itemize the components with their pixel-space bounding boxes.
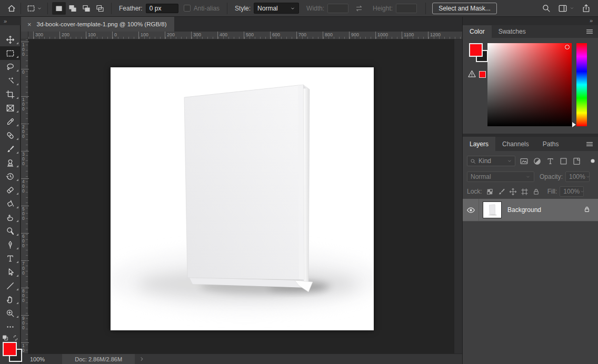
collapse-toolbar-chevrons[interactable]: »: [4, 18, 6, 24]
swap-dimensions-icon[interactable]: [355, 4, 363, 13]
dodge-tool[interactable]: [0, 224, 21, 238]
pen-icon: [6, 240, 15, 249]
tab-paths[interactable]: Paths: [536, 137, 566, 151]
lock-artboard-icon[interactable]: [521, 188, 529, 196]
select-and-mask-button[interactable]: Select and Mask...: [432, 3, 497, 14]
subtract-selection-button[interactable]: [79, 2, 93, 15]
fill-input[interactable]: 100%: [560, 186, 584, 197]
filter-smart-objects-icon[interactable]: [572, 157, 581, 166]
h-ruler-label: 200: [59, 32, 69, 39]
line-tool[interactable]: [0, 279, 21, 292]
filter-kind-select[interactable]: Kind: [467, 156, 515, 166]
brush-tool[interactable]: [0, 142, 21, 156]
hand-tool[interactable]: [0, 292, 21, 306]
foreground-color-swatch[interactable]: [469, 43, 483, 57]
move-tool[interactable]: [0, 33, 21, 46]
chevron-down-icon: [570, 6, 574, 11]
antialias-checkbox[interactable]: [184, 5, 191, 12]
opacity-label: Opacity:: [540, 173, 563, 180]
horizontal-ruler[interactable]: 3002001000100200300400500600700800900100…: [28, 32, 462, 39]
home-icon[interactable]: [7, 4, 16, 13]
blend-mode-select[interactable]: Normal: [467, 171, 534, 182]
active-tool-preview[interactable]: [25, 2, 43, 15]
intersect-selection-icon: [96, 4, 104, 13]
default-colors-icon[interactable]: [2, 335, 9, 341]
document-tab[interactable]: × 3d-book-cover-template-1.png @ 100% (R…: [21, 17, 174, 32]
layer-thumbnail[interactable]: [483, 202, 501, 218]
lock-position-icon[interactable]: [509, 188, 517, 196]
marquee-icon: [6, 49, 15, 58]
ruler-origin-corner[interactable]: [21, 32, 28, 39]
h-ruler-label: 300: [33, 32, 43, 39]
history-brush-tool[interactable]: [0, 169, 21, 183]
smudge-icon: [6, 213, 15, 222]
lock-transparency-icon[interactable]: [486, 188, 494, 196]
gamut-warning-swatch[interactable]: [479, 71, 486, 78]
canvas-area[interactable]: 3002001000100200300400500600700800900100…: [21, 32, 462, 353]
search-icon[interactable]: [542, 4, 551, 13]
clone-stamp-tool[interactable]: [0, 156, 21, 169]
vertical-scrollbar[interactable]: [454, 39, 462, 353]
tab-swatches[interactable]: Swatches: [492, 25, 533, 38]
filter-pixel-layers-icon[interactable]: [520, 157, 529, 166]
hue-slider[interactable]: [576, 43, 587, 126]
style-select[interactable]: Normal: [254, 3, 299, 14]
width-input[interactable]: [327, 4, 348, 13]
height-input[interactable]: [396, 4, 417, 13]
document-sizes-field[interactable]: Doc: 2.86M/2.86M: [62, 354, 135, 364]
hue-slider-marker[interactable]: [572, 122, 576, 127]
crop-tool[interactable]: [0, 87, 21, 101]
close-tab-icon[interactable]: ×: [27, 21, 32, 28]
tab-color[interactable]: Color: [463, 25, 492, 38]
share-icon[interactable]: [582, 4, 591, 13]
panel-menu-icon[interactable]: [585, 27, 594, 36]
chevron-down-icon: [525, 174, 531, 179]
antialias-label: Anti-alias: [194, 5, 220, 12]
zoom-level-field[interactable]: 100%: [30, 356, 45, 362]
layer-visibility-toggle[interactable]: [463, 199, 479, 221]
swap-colors-icon[interactable]: [12, 335, 19, 341]
color-picker-ring[interactable]: [565, 45, 570, 49]
status-expand-icon[interactable]: [139, 356, 145, 362]
lock-pixels-icon[interactable]: [497, 188, 505, 196]
tab-layers[interactable]: Layers: [463, 137, 495, 151]
eyedropper-tool[interactable]: [0, 115, 21, 128]
intersect-selection-button[interactable]: [93, 2, 107, 15]
layer-row[interactable]: Background: [463, 199, 598, 221]
path-select-tool[interactable]: [0, 265, 21, 279]
new-selection-button[interactable]: [52, 2, 66, 15]
healing-tool[interactable]: [0, 128, 21, 142]
filter-adjustment-layers-icon[interactable]: [533, 157, 542, 166]
filter-toggle-icon[interactable]: [589, 157, 597, 165]
vertical-ruler[interactable]: 1 0 001 0 02 0 03 0 04 0 05 0 06 0 07 0 …: [21, 39, 28, 353]
workspace-switcher[interactable]: [558, 4, 574, 13]
eraser-tool[interactable]: [0, 183, 21, 197]
collapse-panels-chevrons[interactable]: »: [590, 17, 593, 24]
filter-type-layers-icon[interactable]: [546, 157, 555, 166]
layer-lock-badge[interactable]: [583, 206, 591, 215]
separator: [425, 3, 426, 14]
feather-input[interactable]: 0 px: [146, 4, 178, 13]
type-tool[interactable]: [0, 251, 21, 265]
lasso-tool[interactable]: [0, 60, 21, 74]
pen-tool[interactable]: [0, 238, 21, 251]
opacity-input[interactable]: 100%: [565, 171, 590, 182]
add-selection-button[interactable]: [66, 2, 79, 15]
gamut-warning-icon[interactable]: [467, 69, 476, 78]
bucket-tool[interactable]: [0, 197, 21, 210]
lock-all-icon[interactable]: [532, 188, 540, 196]
filter-shape-layers-icon[interactable]: [559, 157, 568, 166]
foreground-color-swatch[interactable]: [3, 342, 17, 356]
panel-menu-icon[interactable]: [585, 140, 594, 148]
zoom-tool[interactable]: [0, 306, 21, 320]
more-tool[interactable]: [0, 320, 21, 333]
tab-channels[interactable]: Channels: [495, 137, 536, 151]
marquee-tool[interactable]: [0, 46, 21, 60]
smudge-tool[interactable]: [0, 210, 21, 224]
magic-wand-tool[interactable]: [0, 74, 21, 87]
frame-tool[interactable]: [0, 101, 21, 115]
saturation-brightness-field[interactable]: [487, 43, 572, 126]
dodge-icon: [6, 227, 15, 236]
type-icon: [6, 254, 15, 263]
document-canvas[interactable]: [111, 67, 374, 330]
